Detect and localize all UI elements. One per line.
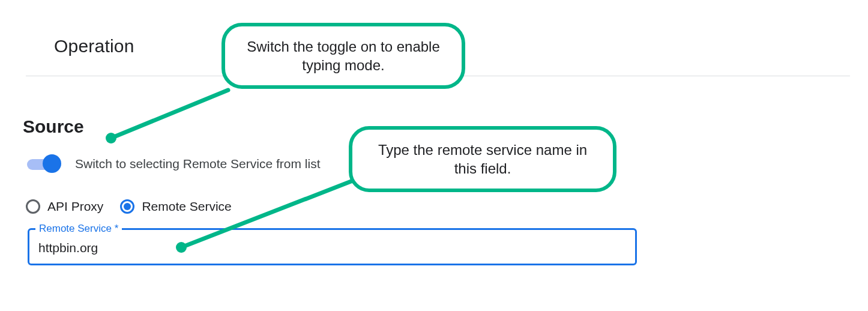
source-radio-group: API Proxy Remote Service <box>26 199 241 214</box>
radio-remote-service-label: Remote Service <box>142 199 231 214</box>
radio-api-proxy-label: API Proxy <box>47 199 103 214</box>
callout-toggle-connector <box>111 90 228 138</box>
remote-service-field-label: Remote Service * <box>39 223 118 235</box>
radio-api-proxy[interactable] <box>26 199 40 214</box>
remote-service-field: Remote Service * <box>28 225 637 265</box>
remote-service-input[interactable] <box>37 235 627 261</box>
toggle-label: Switch to selecting Remote Service from … <box>75 157 320 171</box>
callout-toggle: Switch the toggle on to enable typing mo… <box>222 23 465 89</box>
callout-field: Type the remote service name in this fie… <box>349 126 616 192</box>
toggle-row: Switch to selecting Remote Service from … <box>26 154 320 174</box>
radio-remote-service[interactable] <box>120 199 134 214</box>
typing-mode-toggle[interactable] <box>26 154 62 174</box>
callout-toggle-dot <box>106 133 116 143</box>
source-heading: Source <box>23 116 84 137</box>
operation-heading: Operation <box>54 36 134 56</box>
